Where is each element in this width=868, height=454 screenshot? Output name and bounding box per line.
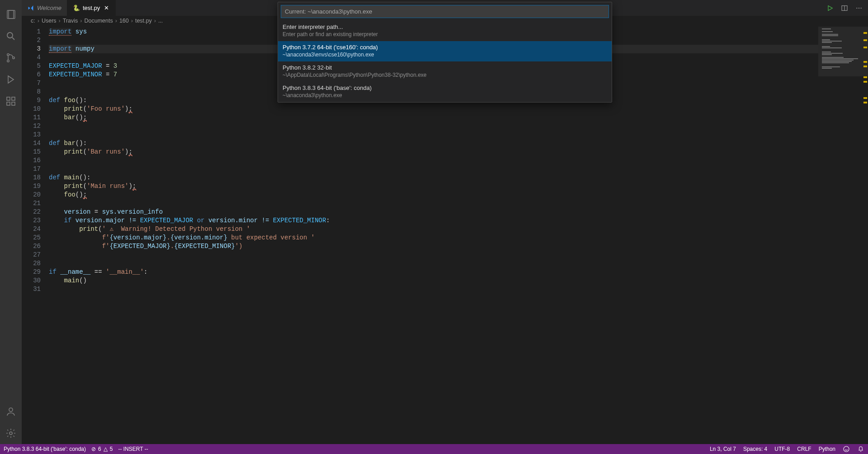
status-indent[interactable]: Spaces: 4 <box>743 446 767 452</box>
tab-label: test.py <box>83 5 100 11</box>
editor-area: Current: ~\anaconda3\python.exe Enter in… <box>22 0 868 444</box>
vscode-icon <box>27 5 34 12</box>
breadcrumb-segment[interactable]: Travis <box>63 18 78 24</box>
extensions-icon[interactable] <box>0 90 22 112</box>
status-cursor[interactable]: Ln 3, Col 7 <box>710 446 736 452</box>
quickpick-item[interactable]: Python 3.8.2 32-bit~\AppData\Local\Progr… <box>278 61 612 82</box>
svg-rect-7 <box>7 97 10 100</box>
svg-point-17 <box>861 7 862 8</box>
svg-line-3 <box>12 37 14 40</box>
search-icon[interactable] <box>0 25 22 47</box>
settings-gear-icon[interactable] <box>0 422 22 444</box>
status-interpreter[interactable]: Python 3.8.3 64-bit ('base': conda) <box>4 446 86 452</box>
breadcrumb-segment[interactable]: Documents <box>84 18 113 24</box>
svg-point-16 <box>859 7 859 8</box>
svg-rect-9 <box>12 102 15 105</box>
activity-bar <box>0 0 22 444</box>
quickpick-item-title: Enter interpreter path... <box>283 23 607 30</box>
svg-point-12 <box>9 432 12 435</box>
quickpick-item-sub: ~\anaconda3\python.exe <box>283 92 607 98</box>
account-icon[interactable] <box>0 401 22 422</box>
status-language[interactable]: Python <box>819 446 835 452</box>
split-editor-icon[interactable] <box>841 5 848 12</box>
more-icon[interactable] <box>855 5 863 12</box>
tab-testpy[interactable]: 🐍 test.py ✕ <box>67 0 116 16</box>
breadcrumb-segment[interactable]: test.py <box>135 18 152 24</box>
quickpick-item-sub: Enter path or find an existing interpret… <box>283 31 607 37</box>
svg-rect-10 <box>12 97 15 100</box>
run-icon[interactable] <box>826 5 834 12</box>
interpreter-quickpick: Current: ~\anaconda3\python.exe Enter in… <box>278 2 612 103</box>
svg-rect-0 <box>7 10 14 19</box>
quickpick-item-title: Python 3.8.2 32-bit <box>283 64 607 71</box>
status-vim-mode: -- INSERT -- <box>118 446 148 452</box>
tab-welcome[interactable]: Welcome <box>22 0 67 16</box>
chevron-right-icon: › <box>58 18 61 24</box>
source-control-icon[interactable] <box>0 47 22 69</box>
line-numbers: 1234567891011121314151617181920212223242… <box>22 26 49 444</box>
svg-point-5 <box>7 60 9 62</box>
status-bar: Python 3.8.3 64-bit ('base': conda) ⊘6 △… <box>0 444 868 454</box>
quickpick-item[interactable]: Python 3.7.2 64-bit ('cse160': conda)~\a… <box>278 41 612 61</box>
chevron-right-icon: › <box>37 18 40 24</box>
svg-point-6 <box>13 57 14 59</box>
svg-point-15 <box>856 7 857 8</box>
quickpick-item[interactable]: Enter interpreter path...Enter path or f… <box>278 21 612 41</box>
quickpick-item[interactable]: Python 3.8.3 64-bit ('base': conda)~\ana… <box>278 82 612 102</box>
quickpick-item-sub: ~\AppData\Local\Programs\Python\Python38… <box>283 72 607 78</box>
breadcrumb-segment[interactable]: ... <box>158 18 163 24</box>
explorer-icon[interactable] <box>0 4 22 25</box>
tab-label: Welcome <box>37 5 61 11</box>
notifications-icon[interactable] <box>857 445 864 453</box>
quickpick-item-title: Python 3.8.3 64-bit ('base': conda) <box>283 84 607 91</box>
svg-rect-8 <box>7 102 10 105</box>
python-file-icon: 🐍 <box>73 5 80 11</box>
close-icon[interactable]: ✕ <box>103 5 110 12</box>
svg-point-18 <box>844 446 849 452</box>
breadcrumb-segment[interactable]: c: <box>31 18 35 24</box>
feedback-icon[interactable] <box>843 445 850 453</box>
status-problems[interactable]: ⊘6 △5 <box>91 446 113 452</box>
chevron-right-icon: › <box>153 18 157 24</box>
editor-actions <box>826 0 868 16</box>
svg-point-4 <box>7 54 9 56</box>
warning-icon: △ <box>104 446 108 452</box>
chevron-right-icon: › <box>79 18 83 24</box>
chevron-right-icon: › <box>130 18 134 24</box>
breadcrumb-segment[interactable]: 160 <box>119 18 129 24</box>
status-eol[interactable]: CRLF <box>797 446 811 452</box>
quickpick-input[interactable]: Current: ~\anaconda3\python.exe <box>281 5 609 18</box>
svg-point-2 <box>7 33 13 38</box>
svg-rect-1 <box>9 10 15 19</box>
breadcrumb-segment[interactable]: Users <box>42 18 57 24</box>
run-debug-icon[interactable] <box>0 69 22 90</box>
chevron-right-icon: › <box>114 18 118 24</box>
error-icon: ⊘ <box>91 446 96 452</box>
quickpick-item-title: Python 3.7.2 64-bit ('cse160': conda) <box>283 44 607 51</box>
minimap[interactable] <box>818 26 868 444</box>
svg-point-11 <box>9 408 13 412</box>
status-encoding[interactable]: UTF-8 <box>774 446 790 452</box>
quickpick-item-sub: ~\anaconda3\envs\cse160\python.exe <box>283 51 607 58</box>
